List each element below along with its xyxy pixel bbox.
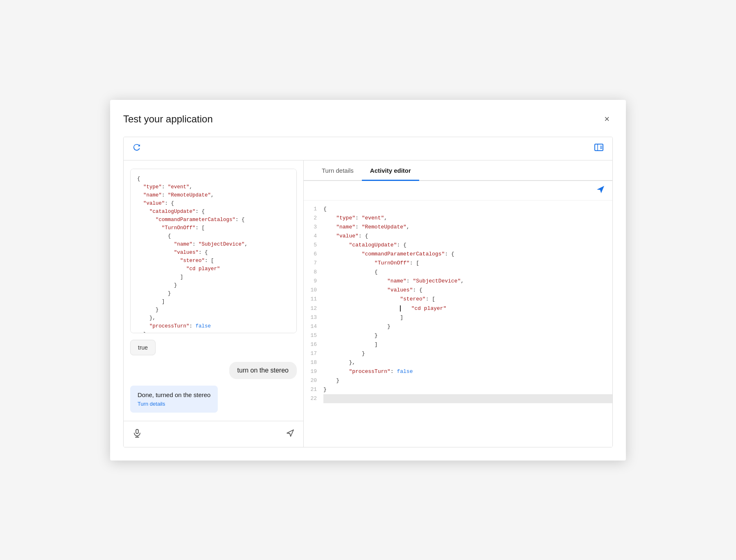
send-icon-editor	[596, 187, 605, 196]
code-line-10: 10 "values": {	[304, 286, 612, 295]
left-panel: { "type": "event", "name": "RemoteUpdate…	[124, 160, 304, 447]
send-button-editor[interactable]	[596, 185, 605, 196]
modal-header: Test your application ×	[123, 113, 613, 125]
send-icon-left	[286, 429, 294, 439]
editor-toolbar	[304, 181, 612, 201]
code-line-17: 17 }	[304, 349, 612, 358]
code-line-21: 21 }	[304, 385, 612, 394]
code-line-18: 18 },	[304, 358, 612, 367]
mic-icon	[133, 429, 142, 440]
refresh-button[interactable]	[131, 141, 143, 156]
send-button-left[interactable]	[284, 427, 296, 441]
true-value-bubble: true	[130, 340, 156, 355]
code-line-4: 4 "value": {	[304, 232, 612, 241]
expand-button[interactable]	[593, 142, 605, 155]
toolbar-left	[131, 141, 143, 156]
code-line-12: 12 "cd player"	[304, 304, 612, 313]
code-line-7: 7 "TurnOnOff": [	[304, 259, 612, 268]
code-line-19: 19 "processTurn": false	[304, 367, 612, 376]
code-line-6: 6 "commandParameterCatalogs": {	[304, 250, 612, 259]
tab-activity-editor[interactable]: Activity editor	[362, 160, 419, 181]
bot-message: Done, turned on the stereo Turn details	[130, 386, 218, 413]
refresh-icon	[133, 143, 142, 154]
json-bubble: { "type": "event", "name": "RemoteUpdate…	[130, 169, 297, 333]
modal: Test your application ×	[110, 100, 626, 461]
content-area: { "type": "event", "name": "RemoteUpdate…	[124, 160, 612, 447]
code-line-3: 3 "name": "RemoteUpdate",	[304, 223, 612, 232]
main-container: { "type": "event", "name": "RemoteUpdate…	[123, 137, 613, 447]
toolbar	[124, 137, 612, 160]
toolbar-right	[593, 142, 605, 155]
code-line-14: 14 }	[304, 322, 612, 331]
chat-input-bar	[124, 421, 303, 447]
turn-details-link[interactable]: Turn details	[138, 401, 210, 407]
expand-icon	[594, 144, 603, 153]
code-line-11: 11 "stereo": [	[304, 295, 612, 304]
modal-title: Test your application	[123, 113, 213, 125]
svg-rect-5	[136, 429, 138, 434]
tab-turn-details[interactable]: Turn details	[314, 160, 362, 181]
code-line-9: 9 "name": "SubjectDevice",	[304, 277, 612, 286]
code-line-1: 1 {	[304, 205, 612, 214]
code-line-13: 13 ]	[304, 313, 612, 322]
close-button[interactable]: ×	[601, 113, 613, 125]
bot-message-text: Done, turned on the stereo	[138, 391, 210, 398]
code-line-2: 2 "type": "event",	[304, 214, 612, 223]
code-line-22: 22	[304, 394, 612, 403]
user-message: turn on the stereo	[229, 362, 297, 379]
tabs-bar: Turn details Activity editor	[304, 160, 612, 181]
code-line-15: 15 }	[304, 331, 612, 340]
code-line-8: 8 {	[304, 268, 612, 277]
code-editor[interactable]: 1 { 2 "type": "event", 3 "name": "Remote…	[304, 201, 612, 447]
code-line-20: 20 }	[304, 376, 612, 385]
code-line-5: 5 "catalogUpdate": {	[304, 241, 612, 250]
code-line-16: 16 ]	[304, 340, 612, 349]
chat-messages: { "type": "event", "name": "RemoteUpdate…	[124, 160, 303, 421]
mic-button[interactable]	[131, 427, 143, 441]
right-panel: Turn details Activity editor	[304, 160, 612, 447]
